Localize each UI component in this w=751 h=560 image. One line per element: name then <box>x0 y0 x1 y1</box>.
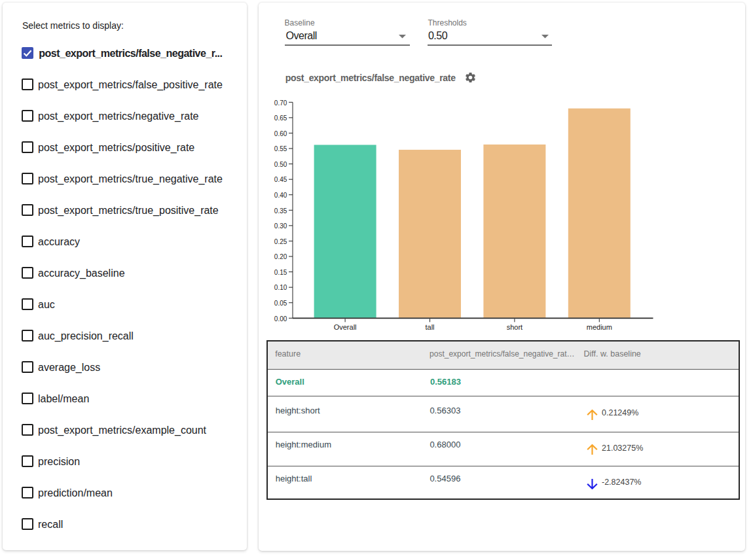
svg-text:tall: tall <box>425 323 434 331</box>
svg-text:0.10: 0.10 <box>274 284 287 291</box>
svg-text:short: short <box>507 323 522 331</box>
svg-text:0.45: 0.45 <box>274 176 287 183</box>
svg-text:0.70: 0.70 <box>274 99 287 107</box>
svg-text:0.55: 0.55 <box>274 145 287 152</box>
svg-text:0.35: 0.35 <box>274 207 287 215</box>
svg-text:Overall: Overall <box>334 323 357 331</box>
svg-text:0.65: 0.65 <box>274 114 287 122</box>
svg-text:0.30: 0.30 <box>274 222 287 230</box>
svg-text:0.00: 0.00 <box>274 315 287 323</box>
svg-text:0.05: 0.05 <box>274 300 287 307</box>
svg-text:0.50: 0.50 <box>274 161 287 168</box>
svg-text:0.60: 0.60 <box>274 130 287 137</box>
svg-text:0.25: 0.25 <box>274 238 287 245</box>
svg-text:0.40: 0.40 <box>274 192 287 199</box>
svg-text:0.15: 0.15 <box>274 269 287 276</box>
svg-text:0.20: 0.20 <box>274 253 287 260</box>
svg-text:medium: medium <box>587 323 612 331</box>
